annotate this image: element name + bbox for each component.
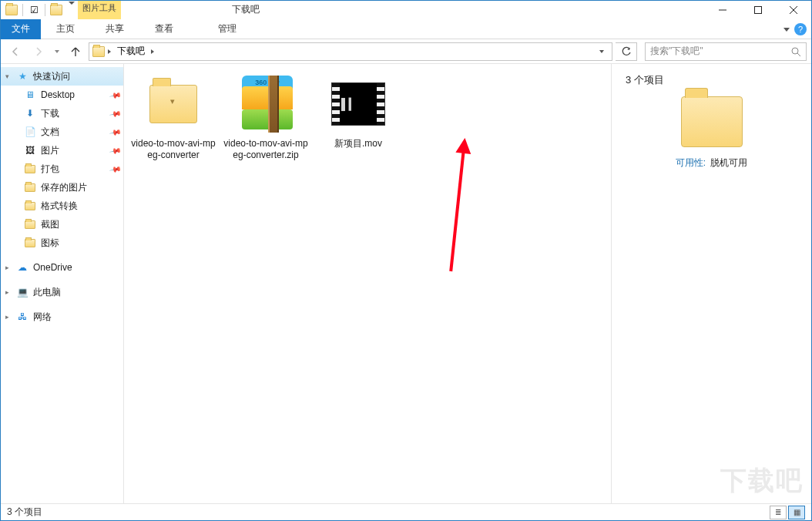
search-icon (790, 46, 801, 57)
status-count: 3 个项目 (7, 506, 42, 519)
address-dropdown[interactable] (595, 50, 609, 53)
search-placeholder: 搜索"下载吧" (650, 45, 790, 58)
sidebar-item[interactable]: 截图 (1, 215, 123, 234)
qat-dropdown-icon[interactable] (67, 5, 75, 15)
context-tab-group-label: 图片工具 (82, 1, 116, 14)
tab-home[interactable]: 主页 (41, 19, 90, 39)
tab-view[interactable]: 查看 (139, 19, 189, 39)
sidebar-this-pc[interactable]: ▸💻此电脑 (1, 283, 123, 301)
forward-button[interactable] (29, 42, 49, 62)
recent-locations[interactable] (52, 42, 62, 62)
sidebar-item-label: 截图 (41, 218, 59, 231)
folder-icon (24, 181, 36, 193)
sidebar-item[interactable]: 图标 (1, 234, 123, 252)
sidebar-item-label: 打包 (41, 163, 59, 176)
folder-icon (5, 4, 18, 16)
refresh-button[interactable] (616, 42, 637, 61)
pc-icon: 💻 (16, 286, 29, 298)
file-tab[interactable]: 文件 (1, 19, 41, 39)
address-bar[interactable]: 下载吧 (89, 42, 612, 61)
maximize-button[interactable] (740, 1, 776, 19)
file-item-zip[interactable]: 360 ZIP video-to-mov-avi-mpeg-converter.… (220, 70, 312, 161)
cloud-icon: ☁ (16, 261, 29, 274)
view-details-button[interactable]: ≣ (770, 506, 787, 519)
help-button[interactable]: ? (794, 23, 807, 35)
chevron-right-icon[interactable]: ▸ (5, 313, 12, 321)
tab-share[interactable]: 共享 (90, 19, 139, 39)
maximize-icon (754, 6, 762, 14)
close-icon (790, 6, 797, 14)
star-icon: ★ (16, 70, 29, 82)
pin-icon: 📌 (109, 89, 122, 101)
back-button[interactable] (5, 42, 25, 62)
folder-icon (24, 218, 36, 230)
network-icon: 🖧 (16, 311, 29, 323)
file-name: 新项目.mov (331, 138, 385, 150)
sidebar-item-downloads[interactable]: ⬇下载📌 (1, 104, 123, 123)
navigation-pane: ▾ ★ 快速访问 🖥Desktop📌 ⬇下载📌 📄文档📌 🖼图片📌 打包📌 保存… (1, 64, 124, 503)
details-availability: 可用性: 脱机可用 (626, 156, 797, 170)
sidebar-network[interactable]: ▸🖧网络 (1, 308, 123, 326)
chevron-right-icon[interactable] (108, 49, 111, 54)
context-tab-header: 图片工具 (78, 1, 811, 19)
sidebar-item[interactable]: 保存的图片 (1, 178, 123, 197)
pin-icon: 📌 (109, 107, 122, 119)
window-controls (705, 1, 811, 19)
window-title: 下载吧 (232, 3, 260, 16)
sidebar-item-label: 图片 (41, 144, 59, 157)
details-count: 3 个项目 (626, 73, 797, 87)
folder-icon (24, 200, 36, 212)
chevron-down-icon[interactable]: ▾ (5, 72, 12, 80)
chevron-down-icon (599, 50, 604, 53)
main-pane: video-to-mov-avi-mpeg-converter 360 ZIP … (124, 64, 811, 503)
svg-point-4 (792, 48, 798, 54)
search-input[interactable]: 搜索"下载吧" (645, 42, 807, 61)
sidebar-item-label: 网络 (33, 311, 52, 324)
folder-icon (146, 73, 200, 135)
close-button[interactable] (776, 1, 811, 19)
pin-icon: 📌 (109, 163, 122, 175)
sidebar-item-pictures[interactable]: 🖼图片📌 (1, 141, 123, 160)
view-large-icons-button[interactable]: ▦ (788, 506, 805, 519)
folder-icon (24, 163, 36, 175)
zip-icon: 360 ZIP (239, 73, 293, 135)
sidebar-item-label: 格式转换 (41, 200, 78, 213)
document-icon: 📄 (24, 126, 36, 138)
sidebar-onedrive[interactable]: ▸☁OneDrive (1, 258, 123, 277)
tab-manage[interactable]: 管理 (203, 19, 252, 39)
sidebar-item-documents[interactable]: 📄文档📌 (1, 123, 123, 141)
breadcrumb-segment[interactable]: 下载吧 (114, 45, 148, 58)
ribbon-right-controls: ? (783, 23, 807, 35)
sidebar-item[interactable]: 格式转换 (1, 197, 123, 215)
download-icon: ⬇ (24, 107, 36, 119)
chevron-down-icon (55, 50, 59, 53)
up-button[interactable] (65, 42, 86, 62)
sidebar-item[interactable]: 打包📌 (1, 160, 123, 178)
folder-icon (24, 237, 36, 249)
file-item-folder[interactable]: video-to-mov-avi-mpeg-converter (127, 70, 220, 161)
file-item-video[interactable]: ▌▎ 新项目.mov (312, 70, 404, 150)
chevron-right-icon[interactable]: ▸ (5, 264, 12, 271)
sidebar-item-label: 文档 (41, 126, 59, 139)
divider (22, 4, 23, 16)
sidebar-item-desktop[interactable]: 🖥Desktop📌 (1, 86, 123, 104)
content-area: ▾ ★ 快速访问 🖥Desktop📌 ⬇下载📌 📄文档📌 🖼图片📌 打包📌 保存… (1, 64, 811, 503)
status-bar: 3 个项目 ≣ ▦ (1, 503, 811, 520)
desktop-icon: 🖥 (24, 89, 36, 101)
file-list[interactable]: video-to-mov-avi-mpeg-converter 360 ZIP … (124, 64, 611, 503)
checkbox-icon[interactable]: ☑ (28, 4, 40, 16)
details-key: 可用性: (676, 156, 706, 170)
sidebar-quick-access[interactable]: ▾ ★ 快速访问 (1, 67, 123, 86)
chevron-right-icon[interactable] (151, 49, 154, 54)
file-name: video-to-mov-avi-mpeg-converter (127, 138, 220, 161)
sidebar-item-label: Desktop (41, 89, 75, 100)
chevron-down-icon[interactable] (783, 28, 790, 32)
pin-icon: 📌 (109, 126, 122, 138)
folder-icon[interactable] (50, 4, 62, 16)
minimize-button[interactable] (705, 1, 740, 19)
sidebar-item-label: 此电脑 (33, 286, 61, 299)
pin-icon: 📌 (109, 144, 122, 156)
svg-rect-1 (755, 7, 762, 14)
chevron-right-icon[interactable]: ▸ (5, 288, 12, 296)
arrow-head-icon (455, 137, 472, 154)
